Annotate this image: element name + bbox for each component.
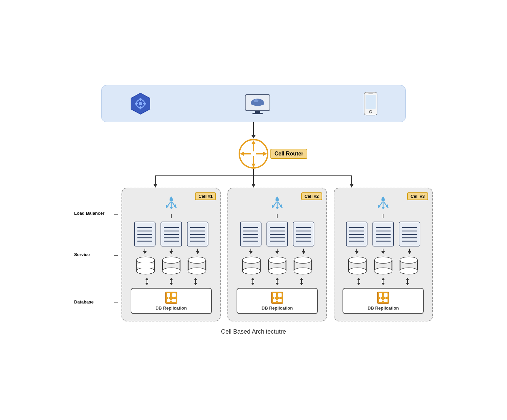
svg-rect-10 (252, 113, 263, 114)
router-row: Cell Router (74, 139, 433, 169)
cell-3-badge: Cell #3 (407, 192, 428, 200)
three-way-connector (74, 169, 433, 188)
svg-point-72 (137, 257, 154, 263)
service-icon-3 (186, 221, 209, 247)
svg-point-76 (137, 268, 154, 274)
db-replication-label-cell2: DB Replication (262, 306, 293, 311)
svg-marker-35 (251, 184, 256, 188)
db-icon-cell2-2 (267, 256, 288, 276)
svg-rect-148 (273, 293, 276, 297)
db-icon-cell3-1 (347, 256, 368, 276)
label-arrows (74, 188, 118, 357)
svg-rect-93 (167, 299, 170, 302)
svg-point-136 (268, 257, 286, 263)
svg-line-159 (379, 202, 382, 207)
svg-point-79 (162, 257, 180, 263)
cell-1: Cell #1 (122, 188, 221, 321)
svg-point-83 (162, 268, 180, 274)
hexagon-icon (129, 92, 152, 115)
svg-line-44 (167, 202, 171, 207)
cloud-computer-client (244, 92, 271, 115)
cell-router-icon (238, 139, 269, 169)
services-row-cell2 (234, 221, 321, 247)
api-gateway-client (129, 92, 152, 115)
cell-2-badge: Cell #2 (301, 192, 322, 200)
db-row-cell1 (128, 256, 215, 276)
service-icon-1 (133, 221, 156, 247)
db-icon-cell3-3 (398, 256, 419, 276)
services-row-cell3 (340, 221, 427, 247)
db-row-cell3 (340, 256, 427, 276)
db-icon-2 (161, 256, 182, 276)
db-replication-label-cell1: DB Replication (155, 306, 186, 311)
svg-point-134 (243, 268, 260, 274)
lb-icon-cell3 (374, 195, 392, 213)
svg-marker-47 (170, 207, 173, 209)
svg-point-89 (188, 268, 206, 274)
svg-line-102 (273, 202, 277, 207)
db-icon-3 (186, 256, 207, 276)
svg-point-197 (374, 268, 392, 274)
svg-point-199 (400, 257, 418, 263)
services-row-cell1 (128, 221, 215, 247)
lb-icon-cell2 (268, 195, 286, 213)
service-icon-cell2-3 (292, 221, 315, 247)
svg-point-187 (349, 257, 366, 263)
cell-router-label: Cell Router (270, 149, 307, 159)
db-icon-cell3-2 (373, 256, 394, 276)
service-icon-cell3-1 (345, 221, 368, 247)
svg-marker-29 (263, 152, 267, 156)
svg-marker-158 (381, 196, 385, 198)
svg-rect-208 (384, 299, 388, 302)
svg-marker-162 (381, 207, 385, 209)
diagram-title: Cell Based Architectutre (74, 328, 433, 335)
service-icon-2 (160, 221, 183, 247)
svg-point-203 (400, 268, 418, 274)
svg-point-2 (139, 102, 142, 105)
svg-point-85 (188, 257, 206, 263)
svg-marker-43 (170, 196, 173, 198)
svg-point-140 (268, 268, 286, 274)
db-replication-icon-1 (165, 291, 178, 304)
svg-point-130 (243, 257, 260, 263)
service-icon-cell2-2 (266, 221, 289, 247)
svg-rect-9 (255, 110, 260, 113)
diagram-container: Cell Router Load Balancer Service Databa… (67, 75, 440, 345)
db-replication-label-cell3: DB Replication (368, 306, 399, 311)
db-replication-icon-2 (271, 291, 284, 304)
svg-marker-33 (153, 184, 157, 188)
service-icon-cell2-1 (239, 221, 262, 247)
cell-1-badge: Cell #1 (195, 192, 216, 200)
svg-rect-92 (172, 293, 176, 297)
mobile-client (363, 92, 378, 115)
svg-rect-205 (379, 293, 382, 297)
svg-point-142 (294, 257, 312, 263)
svg-marker-101 (275, 196, 279, 198)
cell-2: Cell #2 (227, 188, 327, 321)
svg-rect-206 (384, 293, 388, 297)
svg-marker-27 (240, 152, 244, 156)
lb-icon-cell1 (162, 195, 180, 213)
svg-marker-37 (350, 184, 354, 188)
svg-rect-94 (172, 299, 176, 302)
db-icon-1 (135, 256, 156, 276)
cells-row: Load Balancer Service Database Cell #1 (74, 188, 433, 321)
db-icon-cell2-1 (241, 256, 262, 276)
svg-marker-25 (251, 164, 256, 167)
cell-3: Cell #3 (334, 188, 433, 321)
svg-rect-20 (368, 93, 373, 94)
clients-bar (101, 85, 406, 122)
db-replication-cell1: DB Replication (131, 288, 212, 314)
svg-point-191 (349, 268, 366, 274)
connector-svg (101, 169, 406, 188)
db-replication-cell3: DB Replication (343, 288, 424, 314)
db-replication-cell2: DB Replication (237, 288, 318, 314)
db-replication-icon-3 (377, 291, 390, 304)
svg-marker-23 (251, 140, 256, 144)
svg-rect-18 (366, 95, 376, 109)
db-row-cell2 (234, 256, 321, 276)
svg-rect-207 (379, 299, 382, 302)
db-icon-cell2-3 (292, 256, 313, 276)
svg-rect-150 (273, 299, 276, 302)
svg-rect-149 (278, 293, 282, 297)
